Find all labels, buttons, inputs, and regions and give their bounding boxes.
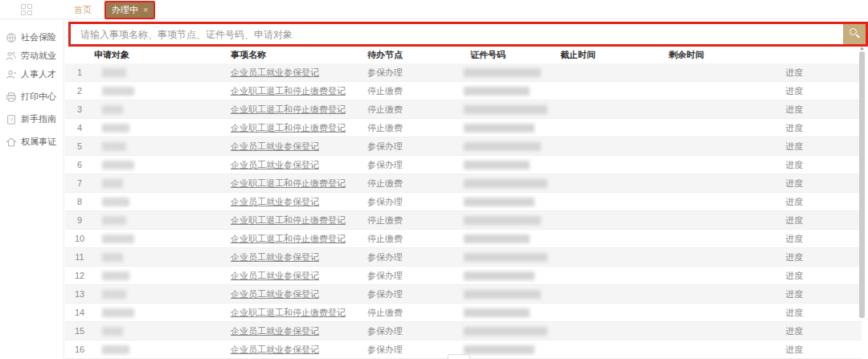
applicant-redacted xyxy=(102,124,129,133)
id-number-redacted xyxy=(464,290,541,299)
progress-link[interactable]: 进度 xyxy=(777,233,862,245)
sidebar-item-label: 劳动就业 xyxy=(21,50,56,62)
progress-link[interactable]: 进度 xyxy=(777,288,862,300)
progress-link[interactable]: 进度 xyxy=(777,270,862,282)
id-number-redacted xyxy=(464,308,530,317)
tab-home[interactable]: 首页 xyxy=(71,4,95,16)
search-button[interactable] xyxy=(843,24,866,44)
applicant-cell xyxy=(94,253,231,262)
progress-link[interactable]: 进度 xyxy=(777,214,862,226)
item-name-link[interactable]: 企业职工退工和停止缴费登记 xyxy=(231,85,367,97)
scroll-up-icon[interactable]: ▲ xyxy=(859,45,865,51)
item-name-link[interactable]: 企业员工就业参保登记 xyxy=(231,325,367,337)
search-input[interactable] xyxy=(71,24,843,44)
row-number: 6 xyxy=(65,160,94,169)
applicant-redacted xyxy=(102,87,134,96)
item-name-link[interactable]: 企业职工退工和停止缴费登记 xyxy=(231,214,367,226)
guide-icon: ? xyxy=(6,114,17,125)
table-row: 1 企业员工就业参保登记 参保办理 进度 xyxy=(65,63,862,82)
table-row: 6 企业员工就业参保登记 参保办理 进度 xyxy=(65,156,862,174)
id-number-redacted xyxy=(464,161,530,169)
table-header-cell: 剩余时间 xyxy=(669,49,777,61)
table-header-cell: 事项名称 xyxy=(231,49,367,61)
pending-node-cell: 停止缴费 xyxy=(367,214,464,226)
progress-link[interactable]: 进度 xyxy=(777,307,862,319)
progress-link[interactable]: 进度 xyxy=(777,67,862,79)
sidebar-item-personnel[interactable]: 人事人才 xyxy=(0,65,63,84)
pending-node-cell: 停止缴费 xyxy=(367,104,464,116)
table-row: 13 企业员工就业参保登记 参保办理 进度 xyxy=(65,285,862,304)
apps-grid-icon[interactable] xyxy=(21,4,32,15)
home-icon xyxy=(6,137,17,148)
item-name-link[interactable]: 企业职工退工和停止缴费登记 xyxy=(231,104,367,116)
id-number-redacted xyxy=(464,87,530,96)
pending-node-cell: 停止缴费 xyxy=(367,122,464,134)
id-number-redacted xyxy=(464,68,541,77)
progress-link[interactable]: 进度 xyxy=(777,85,862,97)
item-name-link[interactable]: 企业员工就业参保登记 xyxy=(231,141,367,153)
row-number: 7 xyxy=(65,178,94,188)
item-name-link[interactable]: 企业员工就业参保登记 xyxy=(231,159,367,171)
row-number: 10 xyxy=(65,234,94,243)
applicant-cell xyxy=(94,179,231,188)
pending-node-cell: 参保办理 xyxy=(367,196,464,208)
tab-close-icon[interactable]: × xyxy=(143,6,148,14)
pending-node-cell: 参保办理 xyxy=(367,141,464,153)
applicant-redacted xyxy=(102,271,129,280)
sidebar-item-guide[interactable]: ? 新手指南 xyxy=(0,110,63,129)
sidebar-item-certificates[interactable]: 权属事证 xyxy=(0,133,63,151)
pagination-partial[interactable] xyxy=(448,354,470,359)
item-name-link[interactable]: 企业职工退工和停止缴费登记 xyxy=(231,307,367,319)
sidebar-item-employment[interactable]: 劳动就业 xyxy=(0,47,63,65)
item-name-link[interactable]: 企业职工退工和停止缴费登记 xyxy=(231,122,367,134)
id-number-cell xyxy=(464,198,560,206)
item-name-link[interactable]: 企业员工就业参保登记 xyxy=(231,270,367,282)
tab-processing-active[interactable]: 办理中 × xyxy=(104,1,155,19)
table-row: 15 企业员工就业参保登记 参保办理 进度 xyxy=(65,322,862,341)
progress-link[interactable]: 进度 xyxy=(777,344,862,356)
item-name-link[interactable]: 企业员工就业参保登记 xyxy=(231,344,367,356)
id-number-redacted xyxy=(464,216,541,225)
item-name-link[interactable]: 企业员工就业参保登记 xyxy=(231,288,367,300)
applicant-cell xyxy=(94,345,231,354)
item-name-link[interactable]: 企业职工退工和停止缴费登记 xyxy=(231,177,367,190)
id-number-cell xyxy=(464,308,560,317)
progress-link[interactable]: 进度 xyxy=(777,141,862,153)
progress-link[interactable]: 进度 xyxy=(777,159,862,171)
id-number-cell xyxy=(464,235,560,243)
table-row: 4 企业职工退工和停止缴费登记 停止缴费 进度 xyxy=(65,119,862,137)
sidebar-item-social-insurance[interactable]: 社会保险 xyxy=(0,28,63,47)
table-row: 2 企业职工退工和停止缴费登记 停止缴费 进度 xyxy=(65,82,862,100)
progress-link[interactable]: 进度 xyxy=(777,104,862,116)
item-name-link[interactable]: 企业员工就业参保登记 xyxy=(231,67,367,79)
applicant-cell xyxy=(94,68,231,77)
applicant-redacted xyxy=(102,235,134,243)
progress-link[interactable]: 进度 xyxy=(777,251,862,263)
item-name-link[interactable]: 企业职工退工和停止缴费登记 xyxy=(231,233,367,245)
progress-link[interactable]: 进度 xyxy=(777,196,862,208)
applicant-cell xyxy=(94,142,231,151)
vertical-scrollbar[interactable] xyxy=(859,51,865,318)
row-number: 13 xyxy=(65,289,94,299)
table-header-cell: 待办节点 xyxy=(367,49,464,61)
item-name-link[interactable]: 企业员工就业参保登记 xyxy=(231,196,367,208)
pending-node-cell: 参保办理 xyxy=(367,325,464,337)
insurance-icon xyxy=(6,32,17,43)
sidebar-item-print-center[interactable]: 打印中心 xyxy=(0,88,63,106)
applicant-cell xyxy=(94,161,231,169)
sidebar: 社会保险 劳动就业 人事人才 打印中心 ? 新手指南 xyxy=(0,20,64,359)
progress-link[interactable]: 进度 xyxy=(777,177,862,190)
table-row: 14 企业职工退工和停止缴费登记 停止缴费 进度 xyxy=(65,304,862,322)
progress-link[interactable]: 进度 xyxy=(777,122,862,134)
sidebar-item-label: 权属事证 xyxy=(21,136,56,148)
item-name-link[interactable]: 企业员工就业参保登记 xyxy=(231,251,367,263)
row-number: 2 xyxy=(65,86,94,96)
id-number-redacted xyxy=(464,198,534,206)
pending-node-cell: 停止缴费 xyxy=(367,233,464,245)
row-number: 9 xyxy=(65,215,94,225)
applicant-redacted xyxy=(102,198,129,206)
table-row: 12 企业员工就业参保登记 参保办理 进度 xyxy=(65,267,862,285)
id-number-cell xyxy=(464,271,560,280)
progress-link[interactable]: 进度 xyxy=(777,325,862,337)
applicant-cell xyxy=(94,271,231,280)
